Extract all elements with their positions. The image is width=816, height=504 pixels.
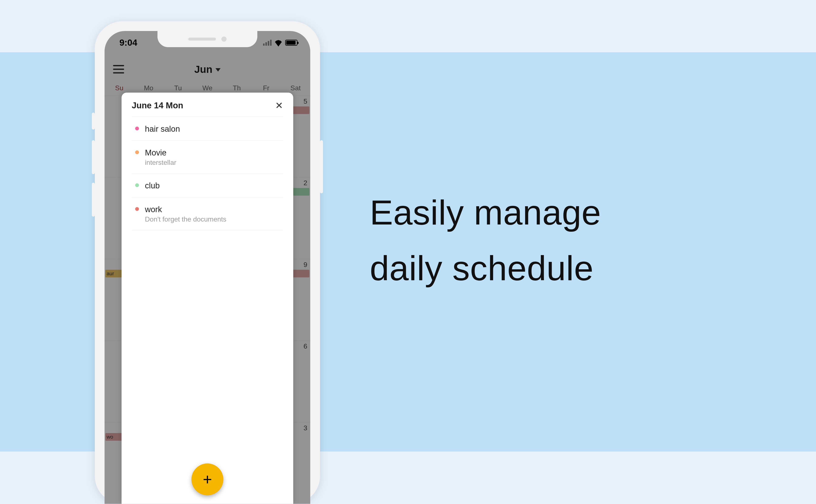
event-item[interactable]: hair salon [132, 117, 283, 140]
event-color-dot [135, 183, 139, 187]
phone-side-button [92, 183, 95, 217]
event-color-dot [135, 127, 139, 130]
promo-stage: Easily manage daily schedule 9:04 [0, 0, 816, 504]
status-time: 9:04 [119, 38, 137, 48]
event-list: hair salon Movie interstellar [122, 117, 293, 230]
event-item[interactable]: club [132, 173, 283, 197]
event-title: hair salon [145, 124, 180, 134]
event-subtitle: Don't forget the documents [145, 215, 226, 223]
phone-side-button [320, 140, 323, 193]
wifi-icon [274, 39, 282, 47]
front-camera [221, 37, 226, 42]
phone-notch [157, 31, 257, 47]
event-item[interactable]: Movie interstellar [132, 140, 283, 173]
speaker-slot [188, 38, 216, 41]
event-title: work [145, 205, 226, 214]
marketing-line-2: daily schedule [370, 240, 601, 296]
phone-side-button [92, 113, 95, 130]
event-color-dot [135, 207, 139, 211]
close-icon[interactable]: ✕ [275, 101, 283, 110]
add-event-fab[interactable]: + [191, 463, 223, 495]
phone-side-button [92, 140, 95, 174]
event-color-dot [135, 150, 139, 154]
day-detail-sheet: June 14 Mon ✕ hair salon Movie [122, 93, 293, 504]
phone-frame: 9:04 Jun Su Mo Tu We Th [95, 21, 320, 504]
event-title: Movie [145, 148, 176, 157]
phone-screen: 9:04 Jun Su Mo Tu We Th [105, 31, 310, 504]
event-title: club [145, 181, 160, 190]
event-subtitle: interstellar [145, 159, 176, 167]
battery-icon [285, 40, 297, 46]
marketing-line-1: Easily manage [370, 185, 601, 240]
plus-icon: + [203, 470, 212, 488]
event-item[interactable]: work Don't forget the documents [132, 197, 283, 230]
marketing-copy: Easily manage daily schedule [370, 185, 601, 296]
sheet-title: June 14 Mon [132, 101, 183, 110]
signal-icon [263, 40, 271, 46]
